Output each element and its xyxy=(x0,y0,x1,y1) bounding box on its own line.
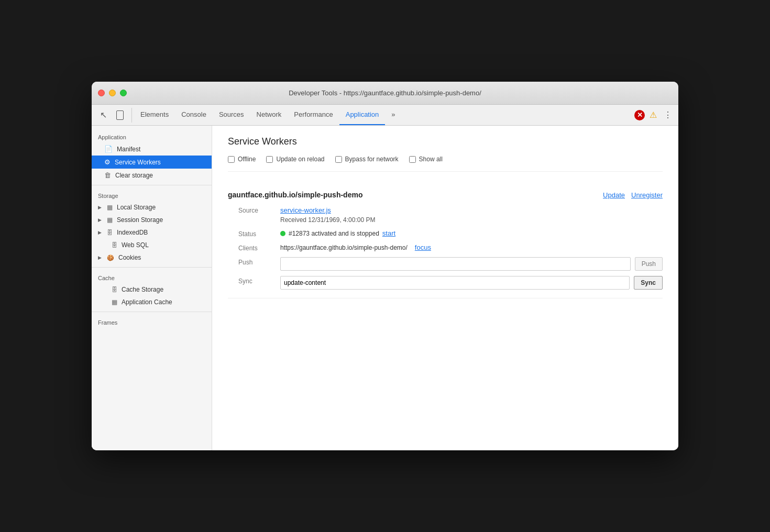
sidebar-item-manifest[interactable]: 📄 Manifest xyxy=(92,142,212,156)
arrow-icon-session-storage: ▶ xyxy=(98,217,102,223)
error-icon: ✕ xyxy=(637,111,643,119)
sidebar-label-indexeddb: IndexedDB xyxy=(117,229,148,236)
status-row: #12873 activated and is stopped start xyxy=(280,229,663,238)
manifest-icon: 📄 xyxy=(104,145,113,153)
cursor-icon: ↖ xyxy=(100,110,107,120)
tab-application[interactable]: Application xyxy=(339,105,386,125)
sw-details: Source service-worker.js Received 12/31/… xyxy=(238,205,663,290)
sync-input[interactable] xyxy=(280,276,630,290)
sw-entry: gauntface.github.io/simple-push-demo Upd… xyxy=(228,182,663,298)
sidebar-section-frames: Frames xyxy=(92,315,212,328)
nav-tabs: Elements Console Sources Network Perform… xyxy=(134,105,634,125)
minimize-button[interactable] xyxy=(109,90,116,96)
devtools-window: Developer Tools - https://gauntface.gith… xyxy=(92,82,678,450)
sidebar-label-cache-storage: Cache Storage xyxy=(122,286,163,293)
sidebar-label-web-sql: Web SQL xyxy=(122,241,149,249)
offline-label: Offline xyxy=(238,156,256,163)
update-on-reload-label: Update on reload xyxy=(276,156,324,163)
sync-row: Sync xyxy=(280,276,663,290)
tab-sources[interactable]: Sources xyxy=(213,105,250,125)
tab-performance[interactable]: Performance xyxy=(288,105,339,125)
tab-console[interactable]: Console xyxy=(175,105,213,125)
session-storage-icon: ▦ xyxy=(107,216,113,224)
source-label: Source xyxy=(238,205,280,224)
show-all-checkbox[interactable] xyxy=(409,156,416,163)
sidebar-item-local-storage[interactable]: ▶ ▦ Local Storage xyxy=(92,201,212,214)
arrow-icon-local-storage: ▶ xyxy=(98,205,102,210)
unregister-link[interactable]: Unregister xyxy=(631,191,663,199)
bypass-for-network-checkbox[interactable] xyxy=(335,156,342,163)
sidebar-item-service-workers[interactable]: ⚙ Service Workers xyxy=(92,156,212,169)
sync-label: Sync xyxy=(238,276,280,290)
show-all-label: Show all xyxy=(419,156,443,163)
sidebar: Application 📄 Manifest ⚙ Service Workers… xyxy=(92,126,212,450)
close-button[interactable] xyxy=(98,90,105,96)
tab-more[interactable]: » xyxy=(385,105,401,125)
clients-label: Clients xyxy=(238,243,280,252)
sidebar-divider-2 xyxy=(92,267,212,268)
clients-url: https://gauntface.github.io/simple-push-… xyxy=(280,244,408,251)
sidebar-label-manifest: Manifest xyxy=(117,146,140,153)
cursor-icon-button[interactable]: ↖ xyxy=(96,108,111,123)
more-dots-icon: ⋮ xyxy=(664,110,672,120)
update-on-reload-checkbox-label[interactable]: Update on reload xyxy=(266,156,324,163)
sw-origin-actions: Update Unregister xyxy=(603,191,663,199)
sw-origin-row: gauntface.github.io/simple-push-demo Upd… xyxy=(228,191,663,199)
sidebar-section-storage: Storage xyxy=(92,189,212,201)
arrow-icon-indexeddb: ▶ xyxy=(98,230,102,235)
sidebar-label-local-storage: Local Storage xyxy=(117,204,156,211)
titlebar: Developer Tools - https://gauntface.gith… xyxy=(92,82,678,105)
devtools-body: Application 📄 Manifest ⚙ Service Workers… xyxy=(92,126,678,450)
warning-badge[interactable]: ⚠ xyxy=(648,110,658,120)
sidebar-section-application: Application xyxy=(92,130,212,142)
sidebar-item-cache-storage[interactable]: 🗄 Cache Storage xyxy=(92,283,212,296)
sidebar-section-cache: Cache xyxy=(92,271,212,283)
sidebar-label-clear-storage: Clear storage xyxy=(115,172,153,179)
update-link[interactable]: Update xyxy=(603,191,625,199)
bypass-for-network-checkbox-label[interactable]: Bypass for network xyxy=(335,156,399,163)
status-label: Status xyxy=(238,229,280,238)
start-link[interactable]: start xyxy=(382,229,395,237)
offline-checkbox[interactable] xyxy=(228,156,235,163)
status-text: #12873 activated and is stopped xyxy=(289,230,379,237)
toolbar-icons: ↖ xyxy=(96,108,132,123)
device-toggle-button[interactable] xyxy=(113,108,127,123)
traffic-lights xyxy=(98,90,127,96)
sidebar-item-clear-storage[interactable]: 🗑 Clear storage xyxy=(92,169,212,182)
sidebar-label-cookies: Cookies xyxy=(118,254,141,261)
maximize-button[interactable] xyxy=(120,90,127,96)
offline-checkbox-label[interactable]: Offline xyxy=(228,156,256,163)
devtools-toolbar: ↖ Elements Console Sources Network Perfo… xyxy=(92,105,678,126)
update-on-reload-checkbox[interactable] xyxy=(266,156,273,163)
error-badge[interactable]: ✕ xyxy=(634,110,645,120)
sidebar-label-session-storage: Session Storage xyxy=(117,216,163,224)
sync-button[interactable]: Sync xyxy=(634,276,663,290)
tab-network[interactable]: Network xyxy=(250,105,288,125)
source-file-link[interactable]: service-worker.js xyxy=(280,206,331,214)
clients-row: https://gauntface.github.io/simple-push-… xyxy=(280,243,663,252)
device-icon xyxy=(116,110,124,120)
show-all-checkbox-label[interactable]: Show all xyxy=(409,156,443,163)
cookies-icon: 🍪 xyxy=(107,254,114,261)
sw-options-row: Offline Update on reload Bypass for netw… xyxy=(228,156,663,172)
push-input[interactable] xyxy=(280,257,631,271)
web-sql-icon: 🗄 xyxy=(112,242,117,248)
push-button[interactable]: Push xyxy=(635,257,663,271)
sidebar-item-indexeddb[interactable]: ▶ 🗄 IndexedDB xyxy=(92,226,212,239)
sidebar-item-session-storage[interactable]: ▶ ▦ Session Storage xyxy=(92,214,212,226)
warning-icon: ⚠ xyxy=(650,110,657,120)
sidebar-item-cookies[interactable]: ▶ 🍪 Cookies xyxy=(92,251,212,264)
more-menu-button[interactable]: ⋮ xyxy=(662,109,674,121)
sidebar-item-web-sql[interactable]: 🗄 Web SQL xyxy=(92,239,212,251)
focus-link[interactable]: focus xyxy=(415,243,431,251)
push-label: Push xyxy=(238,257,280,271)
sidebar-label-service-workers: Service Workers xyxy=(115,159,161,166)
push-row: Push xyxy=(280,257,663,271)
sw-origin-text: gauntface.github.io/simple-push-demo xyxy=(228,191,362,199)
bypass-for-network-label: Bypass for network xyxy=(345,156,399,163)
tab-elements[interactable]: Elements xyxy=(134,105,175,125)
trash-icon: 🗑 xyxy=(104,171,111,179)
panel-title: Service Workers xyxy=(228,136,663,147)
application-cache-icon: ▦ xyxy=(112,298,117,306)
sidebar-item-application-cache[interactable]: ▦ Application Cache xyxy=(92,296,212,308)
